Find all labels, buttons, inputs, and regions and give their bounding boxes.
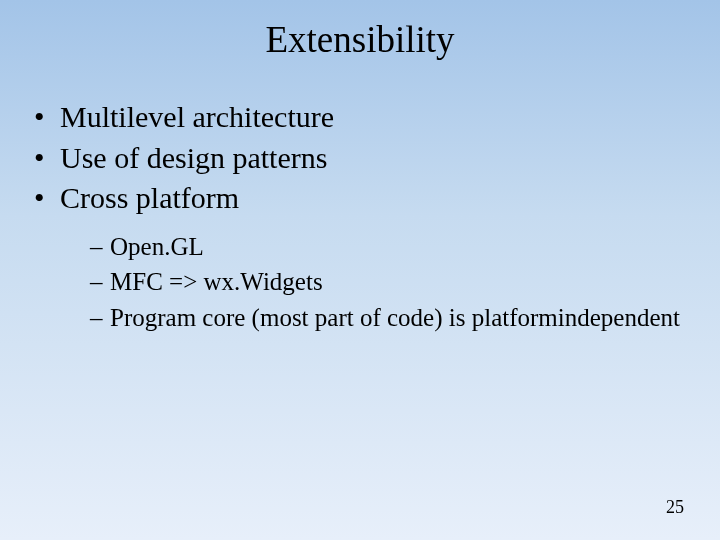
sub-bullet-item: MFC => wx.Widgets bbox=[90, 264, 680, 300]
bullet-item: Multilevel architecture bbox=[32, 97, 680, 138]
bullet-text: Cross platform bbox=[60, 181, 239, 214]
sub-bullet-item: Open.GL bbox=[90, 229, 680, 265]
main-bullet-list: Multilevel architecture Use of design pa… bbox=[32, 97, 680, 335]
slide-title: Extensibility bbox=[0, 0, 720, 69]
sub-bullet-list: Open.GL MFC => wx.Widgets Program core (… bbox=[60, 229, 680, 336]
bullet-item: Cross platform Open.GL MFC => wx.Widgets… bbox=[32, 178, 680, 335]
bullet-item: Use of design patterns bbox=[32, 138, 680, 179]
slide-content: Multilevel architecture Use of design pa… bbox=[0, 69, 720, 335]
sub-bullet-item: Program core (most part of code) is plat… bbox=[90, 300, 680, 336]
page-number: 25 bbox=[666, 497, 684, 518]
